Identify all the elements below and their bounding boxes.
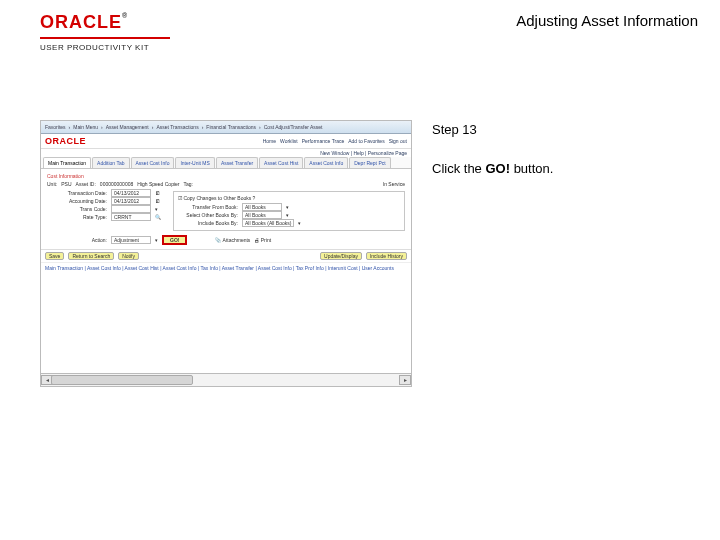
acct-date-input[interactable]: 04/13/2012 bbox=[111, 197, 151, 205]
step-instruction: Click the GO! button. bbox=[432, 161, 698, 176]
return-search-button[interactable]: Return to Search bbox=[68, 252, 114, 260]
tab-cost-info-2[interactable]: Asset Cost Info bbox=[304, 157, 348, 168]
action-select[interactable]: Adjustment bbox=[111, 236, 151, 244]
oracle-logo: ORACLE® bbox=[40, 12, 170, 33]
screenshot-panel: Favorites› Main Menu› Asset Management› … bbox=[40, 120, 412, 374]
product-line: USER PRODUCTIVITY KIT bbox=[40, 43, 170, 52]
tab-main-transaction[interactable]: Main Transaction bbox=[43, 157, 91, 168]
page-title: Adjusting Asset Information bbox=[516, 12, 698, 29]
calendar-icon[interactable]: 🗓 bbox=[155, 190, 160, 196]
include-history-button[interactable]: Include History bbox=[366, 252, 407, 260]
screenshot-footer: Save Return to Search Notify Update/Disp… bbox=[41, 249, 411, 262]
horizontal-scrollbar[interactable]: ◂ ▸ bbox=[40, 374, 412, 387]
scroll-right-arrow[interactable]: ▸ bbox=[399, 375, 411, 385]
tab-transfer[interactable]: Asset Transfer bbox=[216, 157, 258, 168]
update-display-button[interactable]: Update/Display bbox=[320, 252, 362, 260]
chevron-down-icon[interactable]: ▾ bbox=[298, 220, 301, 226]
chevron-down-icon[interactable]: ▾ bbox=[286, 204, 289, 210]
include-books-select[interactable]: All Books (All Books) bbox=[242, 219, 294, 227]
screenshot-oracle-logo: ORACLE bbox=[45, 136, 86, 146]
trans-date-input[interactable]: 04/13/2012 bbox=[111, 189, 151, 197]
chevron-down-icon[interactable]: ▾ bbox=[286, 212, 289, 218]
tab-cost-hist[interactable]: Asset Cost Hist bbox=[259, 157, 303, 168]
brand-rule bbox=[40, 37, 170, 39]
cost-info-heading: Cost Information bbox=[47, 173, 405, 179]
other-books-select[interactable]: All Books bbox=[242, 211, 282, 219]
screenshot-header-links: Home Worklist Performance Trace Add to F… bbox=[263, 138, 407, 144]
step-label: Step 13 bbox=[432, 122, 698, 137]
save-button[interactable]: Save bbox=[45, 252, 64, 260]
rate-type-input[interactable]: CRRNT bbox=[111, 213, 151, 221]
brand-block: ORACLE® USER PRODUCTIVITY KIT bbox=[40, 12, 170, 52]
screenshot-bottom-links: Main Transaction | Asset Cost Info | Ass… bbox=[41, 262, 411, 273]
lookup-icon[interactable]: 🔍 bbox=[155, 214, 161, 220]
screenshot-menubar: Favorites› Main Menu› Asset Management› … bbox=[41, 121, 411, 134]
tab-cost-info[interactable]: Asset Cost Info bbox=[131, 157, 175, 168]
trans-code-input[interactable] bbox=[111, 205, 151, 213]
screenshot-tabs: Main Transaction Addition Tab Asset Cost… bbox=[41, 157, 411, 169]
tab-addition[interactable]: Addition Tab bbox=[92, 157, 129, 168]
tab-interunit[interactable]: Inter-Unit MS bbox=[175, 157, 214, 168]
unit-row: Unit:PSU Asset ID:000000000008 High Spee… bbox=[47, 181, 405, 187]
transfer-book-select[interactable]: All Books bbox=[242, 203, 282, 211]
calendar-icon[interactable]: 🗓 bbox=[155, 198, 160, 204]
screenshot-breadcrumb: New Window | Help | Personalize Page bbox=[41, 149, 411, 157]
notify-button[interactable]: Notify bbox=[118, 252, 139, 260]
chevron-down-icon[interactable]: ▾ bbox=[155, 237, 158, 243]
scroll-thumb[interactable] bbox=[51, 375, 193, 385]
tab-depr[interactable]: Depr Rept Pct bbox=[349, 157, 390, 168]
chevron-down-icon[interactable]: ▾ bbox=[155, 206, 158, 212]
copy-changes-panel: ☑ Copy Changes to Other Books ? Transfer… bbox=[173, 191, 405, 231]
go-button[interactable]: GO! bbox=[162, 235, 187, 245]
